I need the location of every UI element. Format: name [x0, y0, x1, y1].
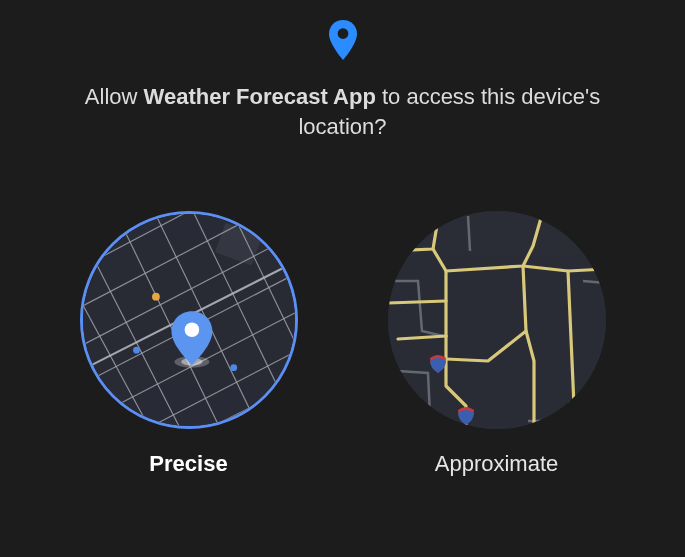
prompt-prefix: Allow — [85, 84, 144, 109]
permission-dialog: Allow Weather Forecast App to access thi… — [0, 0, 685, 557]
permission-prompt: Allow Weather Forecast App to access thi… — [0, 82, 685, 141]
option-precise[interactable]: Precise — [80, 211, 298, 477]
svg-point-19 — [152, 293, 160, 301]
option-approximate[interactable]: Approximate — [388, 211, 606, 477]
svg-point-24 — [184, 323, 199, 338]
precise-map-preview — [80, 211, 298, 429]
svg-point-20 — [133, 347, 140, 354]
option-precise-label: Precise — [149, 451, 227, 477]
location-accuracy-options: Precise — [0, 211, 685, 477]
app-name: Weather Forecast App — [144, 84, 376, 109]
svg-point-0 — [337, 28, 348, 39]
svg-point-21 — [230, 365, 237, 372]
location-pin-icon — [327, 20, 359, 64]
approximate-map-preview — [388, 211, 606, 429]
option-approximate-label: Approximate — [435, 451, 559, 477]
